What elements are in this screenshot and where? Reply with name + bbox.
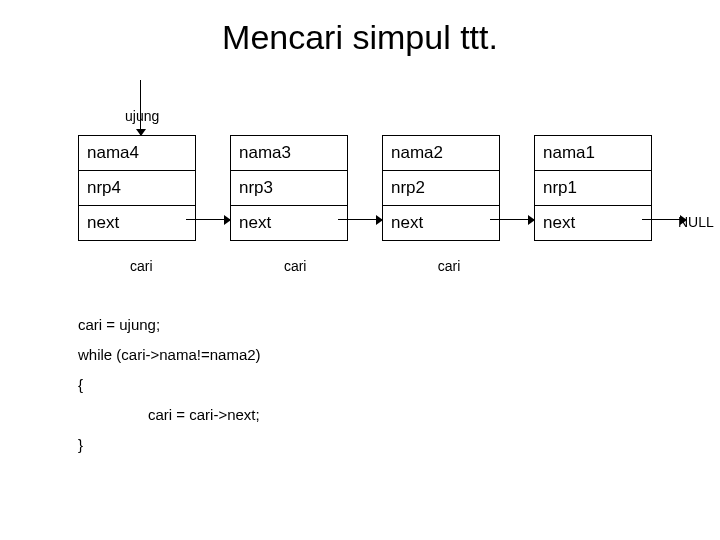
list-node: nama2 nrp2 next bbox=[382, 135, 500, 241]
node-nama: nama4 bbox=[79, 136, 195, 171]
code-line: { bbox=[78, 370, 261, 400]
next-arrow-icon bbox=[490, 219, 534, 220]
code-line: } bbox=[78, 430, 261, 460]
next-arrow-icon bbox=[338, 219, 382, 220]
list-node: nama3 nrp3 next bbox=[230, 135, 348, 241]
node-nrp: nrp1 bbox=[535, 171, 651, 206]
code-line: cari = ujung; bbox=[78, 310, 261, 340]
node-nama: nama3 bbox=[231, 136, 347, 171]
node-next: next bbox=[383, 206, 499, 240]
cari-pointer-row: cari cari cari bbox=[130, 258, 588, 274]
page-title: Mencari simpul ttt. bbox=[0, 18, 720, 57]
cari-label: cari bbox=[130, 258, 280, 274]
node-nrp: nrp4 bbox=[79, 171, 195, 206]
linked-list: nama4 nrp4 next nama3 nrp3 next nama2 nr… bbox=[78, 135, 686, 241]
null-label: NULL bbox=[678, 214, 714, 230]
next-arrow-icon bbox=[186, 219, 230, 220]
ujung-label: ujung bbox=[125, 108, 159, 124]
list-node: nama4 nrp4 next bbox=[78, 135, 196, 241]
code-line: cari = cari->next; bbox=[78, 400, 261, 430]
cari-label: cari bbox=[284, 258, 434, 274]
node-next: next bbox=[79, 206, 195, 240]
node-nama: nama2 bbox=[383, 136, 499, 171]
list-node: nama1 nrp1 next bbox=[534, 135, 652, 241]
node-nrp: nrp3 bbox=[231, 171, 347, 206]
node-nrp: nrp2 bbox=[383, 171, 499, 206]
cari-label: cari bbox=[438, 258, 588, 274]
node-next: next bbox=[231, 206, 347, 240]
node-nama: nama1 bbox=[535, 136, 651, 171]
code-block: cari = ujung; while (cari->nama!=nama2) … bbox=[78, 310, 261, 460]
node-next: next bbox=[535, 206, 651, 240]
code-line: while (cari->nama!=nama2) bbox=[78, 340, 261, 370]
